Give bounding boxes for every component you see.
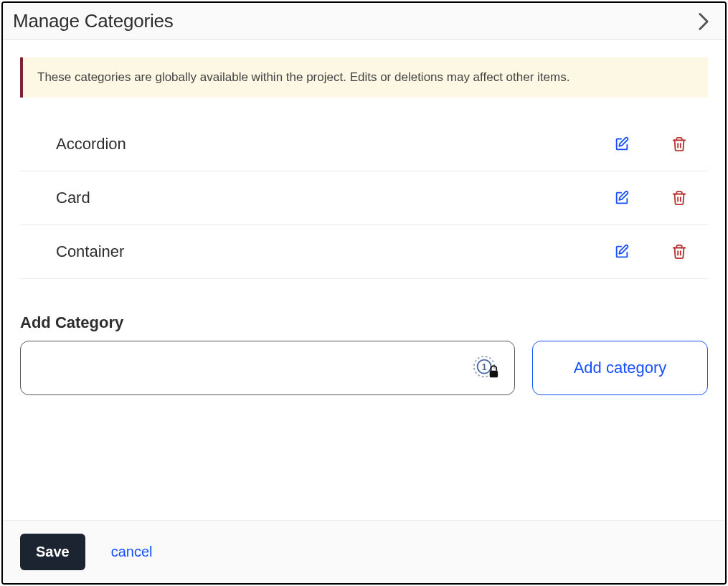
add-category-section: Add Category 1 Add category — [20, 313, 708, 395]
add-category-button[interactable]: Add category — [532, 341, 708, 395]
delete-category-button[interactable] — [671, 136, 688, 153]
info-alert-text: These categories are globally available … — [37, 70, 569, 84]
delete-category-button[interactable] — [671, 243, 688, 260]
row-actions — [613, 136, 708, 153]
category-list: Accordion — [20, 118, 708, 279]
category-name: Card — [20, 189, 613, 207]
row-actions — [613, 189, 708, 207]
panel-title: Manage Categories — [13, 10, 174, 32]
info-alert: These categories are globally available … — [20, 57, 708, 98]
category-name: Accordion — [20, 135, 613, 153]
add-category-input[interactable] — [20, 341, 515, 395]
save-button[interactable]: Save — [20, 534, 85, 570]
category-name: Container — [20, 242, 613, 261]
panel-header: Manage Categories — [3, 3, 725, 40]
trash-icon — [671, 136, 687, 152]
add-category-input-wrap: 1 — [20, 341, 515, 395]
pencil-icon — [614, 190, 630, 206]
category-row: Accordion — [20, 118, 708, 171]
pencil-icon — [614, 136, 630, 152]
panel-footer: Save cancel — [3, 520, 725, 583]
delete-category-button[interactable] — [671, 189, 688, 207]
category-row: Card — [20, 171, 708, 225]
row-actions — [613, 243, 708, 260]
collapse-panel-button[interactable] — [694, 11, 714, 32]
panel-body: These categories are globally available … — [3, 40, 725, 520]
edit-category-button[interactable] — [613, 243, 630, 260]
category-row: Container — [20, 225, 708, 278]
add-category-label: Add Category — [20, 313, 708, 332]
edit-category-button[interactable] — [613, 136, 630, 153]
cancel-link[interactable]: cancel — [111, 544, 153, 560]
manage-categories-panel: Manage Categories These categories are g… — [1, 1, 727, 585]
edit-category-button[interactable] — [613, 189, 630, 207]
pencil-icon — [614, 244, 630, 260]
trash-icon — [671, 190, 687, 206]
trash-icon — [671, 244, 687, 260]
add-category-row: 1 Add category — [20, 341, 708, 395]
chevron-right-icon — [697, 12, 710, 31]
